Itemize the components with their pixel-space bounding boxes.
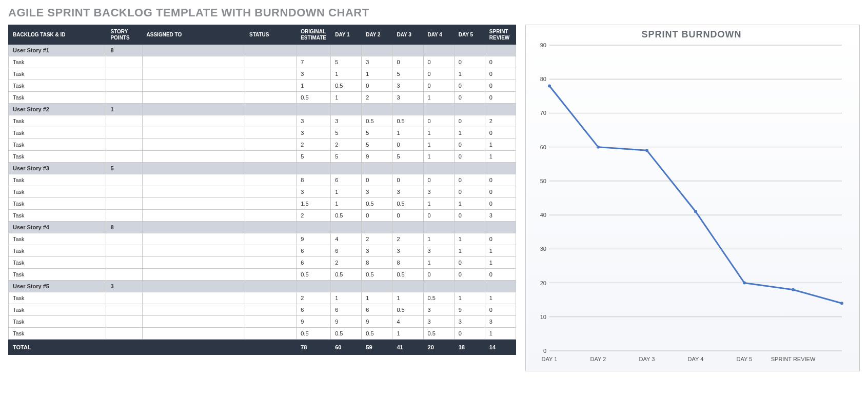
cell[interactable]: 1: [362, 292, 392, 304]
cell[interactable]: [245, 222, 296, 233]
cell[interactable]: 0: [454, 210, 485, 222]
cell[interactable]: 1: [454, 233, 485, 245]
cell[interactable]: [245, 186, 296, 198]
cell[interactable]: 1: [331, 198, 362, 210]
cell[interactable]: [106, 92, 142, 104]
cell[interactable]: 0.5: [297, 269, 331, 281]
cell[interactable]: 0: [454, 92, 485, 104]
cell[interactable]: [245, 127, 296, 139]
cell[interactable]: 1: [331, 92, 362, 104]
cell[interactable]: [362, 281, 392, 292]
cell[interactable]: [331, 222, 362, 233]
cell[interactable]: 7: [297, 56, 331, 68]
cell[interactable]: 0: [485, 198, 516, 210]
cell[interactable]: User Story #1: [9, 45, 106, 56]
cell[interactable]: 0: [392, 56, 423, 68]
cell[interactable]: Task: [9, 245, 106, 257]
cell[interactable]: 2: [297, 210, 331, 222]
cell[interactable]: [142, 210, 245, 222]
cell[interactable]: 0: [423, 174, 454, 186]
cell[interactable]: 9: [454, 304, 485, 316]
cell[interactable]: 3: [392, 186, 423, 198]
cell[interactable]: [331, 281, 362, 292]
cell[interactable]: Task: [9, 139, 106, 151]
cell[interactable]: 0.5: [362, 115, 392, 127]
cell[interactable]: [245, 151, 296, 163]
cell[interactable]: Task: [9, 92, 106, 104]
cell[interactable]: 1: [362, 68, 392, 80]
cell[interactable]: 0: [485, 127, 516, 139]
cell[interactable]: [142, 328, 245, 340]
cell[interactable]: 0.5: [331, 328, 362, 340]
cell[interactable]: 3: [297, 68, 331, 80]
cell[interactable]: 1: [423, 92, 454, 104]
cell[interactable]: 1: [423, 257, 454, 269]
cell[interactable]: 2: [485, 115, 516, 127]
cell[interactable]: 0: [423, 210, 454, 222]
cell[interactable]: [245, 233, 296, 245]
cell[interactable]: 8: [392, 257, 423, 269]
cell[interactable]: User Story #5: [9, 281, 106, 292]
cell[interactable]: 5: [392, 151, 423, 163]
cell[interactable]: 0: [454, 56, 485, 68]
cell[interactable]: 0: [423, 80, 454, 92]
cell[interactable]: [331, 163, 362, 174]
cell[interactable]: [106, 80, 142, 92]
cell[interactable]: [142, 281, 245, 292]
cell[interactable]: [142, 163, 245, 174]
cell[interactable]: Task: [9, 328, 106, 340]
cell[interactable]: 8: [362, 257, 392, 269]
cell[interactable]: [331, 104, 362, 115]
cell[interactable]: 8: [297, 174, 331, 186]
cell[interactable]: [142, 340, 245, 355]
cell[interactable]: [142, 245, 245, 257]
cell[interactable]: [245, 174, 296, 186]
cell[interactable]: [106, 233, 142, 245]
cell[interactable]: 5: [297, 151, 331, 163]
cell[interactable]: Task: [9, 257, 106, 269]
cell[interactable]: 1: [423, 233, 454, 245]
cell[interactable]: 0: [454, 115, 485, 127]
cell[interactable]: 1: [485, 328, 516, 340]
cell[interactable]: [362, 104, 392, 115]
cell[interactable]: [142, 174, 245, 186]
cell[interactable]: [142, 198, 245, 210]
cell[interactable]: Task: [9, 56, 106, 68]
cell[interactable]: [423, 163, 454, 174]
cell[interactable]: 0.5: [392, 269, 423, 281]
cell[interactable]: [106, 328, 142, 340]
cell[interactable]: [142, 186, 245, 198]
cell[interactable]: [485, 104, 516, 115]
cell[interactable]: 0: [485, 269, 516, 281]
cell[interactable]: [362, 222, 392, 233]
cell[interactable]: 6: [297, 304, 331, 316]
cell[interactable]: [106, 127, 142, 139]
cell[interactable]: 0: [423, 68, 454, 80]
cell[interactable]: [245, 328, 296, 340]
cell[interactable]: 0: [423, 115, 454, 127]
cell[interactable]: 0: [485, 304, 516, 316]
cell[interactable]: 0.5: [423, 328, 454, 340]
cell[interactable]: 2: [392, 233, 423, 245]
cell[interactable]: [106, 340, 142, 355]
cell[interactable]: 5: [362, 139, 392, 151]
cell[interactable]: 0: [454, 328, 485, 340]
cell[interactable]: [423, 104, 454, 115]
cell[interactable]: Task: [9, 68, 106, 80]
cell[interactable]: Task: [9, 233, 106, 245]
cell[interactable]: 1: [454, 245, 485, 257]
cell[interactable]: [106, 316, 142, 328]
cell[interactable]: 59: [362, 340, 392, 355]
cell[interactable]: [423, 222, 454, 233]
cell[interactable]: 0: [362, 210, 392, 222]
cell[interactable]: User Story #4: [9, 222, 106, 233]
cell[interactable]: Task: [9, 304, 106, 316]
cell[interactable]: 1: [454, 68, 485, 80]
cell[interactable]: [142, 139, 245, 151]
cell[interactable]: 1: [423, 151, 454, 163]
cell[interactable]: [142, 68, 245, 80]
cell[interactable]: 3: [392, 92, 423, 104]
cell[interactable]: [142, 56, 245, 68]
cell[interactable]: [297, 45, 331, 56]
cell[interactable]: [245, 257, 296, 269]
